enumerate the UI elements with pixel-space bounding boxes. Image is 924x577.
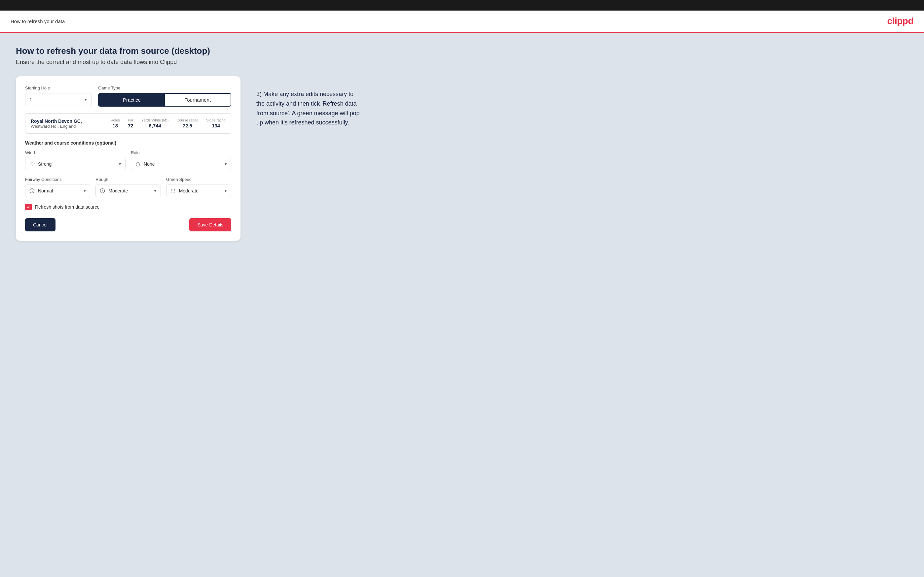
weather-section-title: Weather and course conditions (optional): [25, 140, 231, 145]
course-info-box: Royal North Devon GC, Westward Ho!, Engl…: [25, 113, 231, 134]
page-heading: How to refresh your data from source (de…: [16, 46, 908, 56]
fairway-select-wrapper: Normal ▼: [25, 185, 90, 197]
rain-select-wrapper: None ▼: [131, 158, 231, 170]
button-row: Cancel Save Details: [25, 218, 231, 231]
rough-icon: [99, 187, 106, 194]
content-area: Starting Hole 1 10 ▼ Game Type Practice …: [16, 76, 908, 241]
game-type-group: Game Type Practice Tournament: [98, 85, 231, 106]
green-speed-icon: [170, 187, 176, 194]
rough-label: Rough: [95, 177, 160, 182]
rough-value: Moderate: [108, 188, 128, 193]
fairway-arrow-icon: ▼: [82, 189, 87, 193]
logo: clippd: [887, 16, 913, 26]
starting-hole-select-wrapper: 1 10 ▼: [25, 93, 92, 106]
game-type-label: Game Type: [98, 85, 231, 90]
starting-hole-label: Starting Hole: [25, 85, 92, 90]
yards-value: 6,744: [149, 123, 161, 128]
wind-select-wrapper: Strong ▼: [25, 158, 126, 170]
green-speed-label: Green Speed: [166, 177, 231, 182]
wind-label: Wind: [25, 150, 126, 155]
sidebar: 3) Make any extra edits necessary to the…: [256, 76, 362, 127]
form-card: Starting Hole 1 10 ▼ Game Type Practice …: [16, 76, 241, 241]
starting-hole-select[interactable]: 1 10: [25, 93, 92, 106]
fairway-icon: [29, 187, 36, 194]
refresh-checkbox[interactable]: ✓: [25, 204, 32, 210]
rain-label: Rain: [131, 150, 231, 155]
header: How to refresh your data clippd: [0, 11, 924, 33]
course-name: Royal North Devon GC,: [31, 119, 82, 124]
starting-hole-group: Starting Hole 1 10 ▼: [25, 85, 92, 106]
practice-button[interactable]: Practice: [99, 94, 165, 106]
header-title: How to refresh your data: [11, 18, 65, 24]
holes-stat: Holes 18: [111, 118, 120, 129]
yards-stat: Yards/White (M)) 6,744: [141, 118, 168, 129]
holes-label: Holes: [111, 118, 120, 122]
main-content: How to refresh your data from source (de…: [0, 33, 924, 577]
yards-label: Yards/White (M)): [141, 118, 168, 122]
rain-arrow-icon: ▼: [224, 162, 228, 166]
holes-value: 18: [112, 123, 118, 128]
slope-rating-label: Slope rating: [206, 118, 226, 122]
green-speed-arrow-icon: ▼: [224, 189, 228, 193]
hole-gametype-row: Starting Hole 1 10 ▼ Game Type Practice …: [25, 85, 231, 106]
page-subheading: Ensure the correct and most up to date d…: [16, 59, 908, 66]
save-button[interactable]: Save Details: [189, 218, 231, 231]
course-rating-value: 72.5: [183, 123, 192, 128]
rough-arrow-icon: ▼: [153, 189, 157, 193]
wind-rain-row: Wind Strong ▼ Rain: [25, 150, 231, 170]
cancel-button[interactable]: Cancel: [25, 218, 55, 231]
green-speed-group: Green Speed Moderate ▼: [166, 177, 231, 197]
course-details: Royal North Devon GC, Westward Ho!, Engl…: [31, 119, 82, 129]
fairway-value: Normal: [38, 188, 53, 193]
green-speed-select[interactable]: Moderate ▼: [166, 185, 231, 197]
course-stats: Holes 18 Par 72 Yards/White (M)) 6,744 C…: [111, 118, 226, 129]
fairway-group: Fairway Conditions Normal ▼: [25, 177, 90, 197]
rough-select-wrapper: Moderate ▼: [95, 185, 160, 197]
conditions-row: Fairway Conditions Normal ▼ Rough: [25, 177, 231, 197]
wind-value: Strong: [38, 161, 52, 167]
par-stat: Par 72: [128, 118, 134, 129]
rough-select[interactable]: Moderate ▼: [95, 185, 160, 197]
wind-group: Wind Strong ▼: [25, 150, 126, 170]
course-rating-label: Course rating: [176, 118, 198, 122]
game-type-toggle: Practice Tournament: [98, 93, 231, 106]
green-speed-value: Moderate: [179, 188, 199, 193]
rough-group: Rough Moderate ▼: [95, 177, 160, 197]
fairway-label: Fairway Conditions: [25, 177, 90, 182]
sidebar-description: 3) Make any extra edits necessary to the…: [256, 89, 362, 127]
course-location: Westward Ho!, England: [31, 124, 82, 129]
rain-group: Rain None ▼: [131, 150, 231, 170]
par-value: 72: [128, 123, 134, 128]
course-rating-stat: Course rating 72.5: [176, 118, 198, 129]
rain-icon: [134, 161, 141, 168]
rain-select[interactable]: None ▼: [131, 158, 231, 170]
slope-rating-value: 134: [212, 123, 220, 128]
refresh-checkbox-row: ✓ Refresh shots from data source: [25, 204, 231, 210]
refresh-label: Refresh shots from data source: [35, 204, 99, 210]
checkmark-icon: ✓: [27, 205, 31, 210]
tournament-button[interactable]: Tournament: [165, 94, 231, 106]
wind-select[interactable]: Strong ▼: [25, 158, 126, 170]
wind-icon: [29, 161, 36, 168]
fairway-select[interactable]: Normal ▼: [25, 185, 90, 197]
top-bar: [0, 0, 924, 11]
rain-value: None: [144, 161, 155, 167]
slope-rating-stat: Slope rating 134: [206, 118, 226, 129]
par-label: Par: [128, 118, 134, 122]
wind-arrow-icon: ▼: [118, 162, 122, 166]
green-speed-select-wrapper: Moderate ▼: [166, 185, 231, 197]
